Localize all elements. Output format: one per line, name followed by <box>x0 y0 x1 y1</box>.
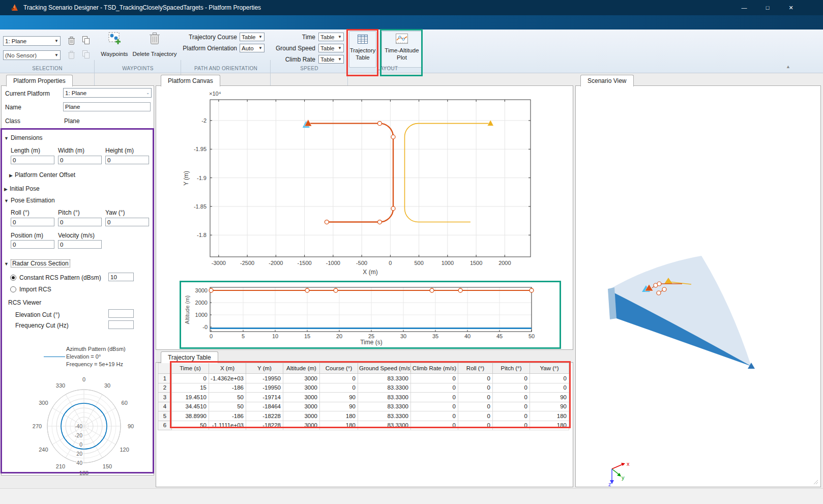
current-platform-select[interactable]: 1: Plane⌄ <box>63 88 152 98</box>
table-cell[interactable]: -186 <box>209 383 246 393</box>
table-cell[interactable]: 15 <box>172 383 209 393</box>
waypoint-marker[interactable] <box>662 287 666 291</box>
tab-scenario-view[interactable]: Scenario View <box>580 75 634 86</box>
height-field[interactable] <box>105 156 149 164</box>
column-header[interactable]: Roll (°) <box>458 363 493 374</box>
table-cell[interactable]: 0 <box>411 374 458 383</box>
table-cell[interactable]: -18228 <box>246 411 283 421</box>
table-cell[interactable]: 90 <box>320 402 358 411</box>
table-cell[interactable]: 0 <box>493 383 530 393</box>
yaw-field[interactable] <box>105 218 149 226</box>
column-header[interactable]: Pitch (°) <box>493 363 530 374</box>
table-cell[interactable]: 0 <box>411 402 458 411</box>
column-header[interactable]: Altitude (m) <box>283 363 320 374</box>
table-cell[interactable]: 19.4510 <box>172 393 209 402</box>
table-cell[interactable]: 0 <box>493 411 530 421</box>
minimize-button[interactable]: — <box>732 0 756 15</box>
length-field[interactable] <box>11 156 54 164</box>
delete-trajectory-button[interactable]: Delete Trajectory <box>131 32 178 47</box>
table-cell[interactable]: -1.1111e+03 <box>209 421 246 430</box>
collapse-ribbon-icon[interactable]: ▲ <box>786 64 790 69</box>
tab-platform-properties[interactable]: Platform Properties <box>6 75 73 86</box>
name-field[interactable] <box>63 102 151 111</box>
constant-rcs-field[interactable] <box>108 273 134 281</box>
table-cell[interactable]: 83.3300 <box>358 411 411 421</box>
table-cell[interactable]: 0 <box>458 402 493 411</box>
trajectory-table[interactable]: Time (s)X (m)Y (m)Altitude (m)Course (°)… <box>158 363 569 430</box>
table-cell[interactable]: 0 <box>320 383 358 393</box>
table-cell[interactable]: 0 <box>458 383 493 393</box>
table-cell[interactable]: 180 <box>320 421 358 430</box>
table-cell[interactable]: 3000 <box>283 402 320 411</box>
table-cell[interactable]: -1.4362e+03 <box>209 374 246 383</box>
table-cell[interactable]: 38.8990 <box>172 411 209 421</box>
waypoint-marker[interactable] <box>657 282 661 286</box>
table-cell[interactable]: 50 <box>209 402 246 411</box>
table-cell[interactable]: 83.3300 <box>358 393 411 402</box>
tab-trajectory-table[interactable]: Trajectory Table <box>161 351 218 363</box>
initial-pose-header[interactable]: ▶Initial Pose <box>4 185 40 192</box>
trajectory-xy-plot[interactable]: -3000-2500-2000-1500-1000-50005001000150… <box>156 85 573 286</box>
table-cell[interactable]: 3000 <box>283 411 320 421</box>
table-cell[interactable]: -186 <box>209 411 246 421</box>
table-cell[interactable]: 0 <box>493 374 530 383</box>
table-cell[interactable]: -19950 <box>246 374 283 383</box>
table-cell[interactable]: 34.4510 <box>172 402 209 411</box>
table-cell[interactable]: 180 <box>530 421 569 430</box>
roll-field[interactable] <box>11 218 54 226</box>
table-cell[interactable]: 0 <box>411 421 458 430</box>
column-header[interactable]: Climb Rate (m/s) <box>411 363 458 374</box>
table-cell[interactable]: -18228 <box>246 421 283 430</box>
table-cell[interactable]: 50 <box>172 421 209 430</box>
waypoint-marker[interactable] <box>657 291 661 295</box>
table-cell[interactable]: 0 <box>320 374 358 383</box>
table-cell[interactable]: 0 <box>458 421 493 430</box>
ground-speed-select[interactable]: Table▼ <box>318 44 344 52</box>
table-cell[interactable]: 3000 <box>283 374 320 383</box>
dimensions-section-header[interactable]: ▼Dimensions <box>4 134 43 141</box>
frequency-cut-field[interactable] <box>108 320 134 329</box>
table-cell[interactable]: 83.3300 <box>358 374 411 383</box>
platform-orientation-select[interactable]: Auto▼ <box>240 44 264 52</box>
table-cell[interactable]: 0 <box>411 411 458 421</box>
table-cell[interactable]: 0 <box>411 393 458 402</box>
column-header[interactable]: Y (m) <box>246 363 283 374</box>
table-cell[interactable]: 0 <box>493 402 530 411</box>
resize-grip[interactable] <box>814 480 818 484</box>
close-button[interactable]: ✕ <box>779 0 803 15</box>
radar-cross-section-header[interactable]: ▼Radar Cross Section <box>4 260 70 267</box>
pitch-field[interactable] <box>58 218 102 226</box>
table-cell[interactable]: 3000 <box>283 421 320 430</box>
table-cell[interactable]: 83.3300 <box>358 402 411 411</box>
table-cell[interactable]: 0 <box>172 374 209 383</box>
column-header[interactable]: Time (s) <box>172 363 209 374</box>
table-cell[interactable]: -19714 <box>246 393 283 402</box>
table-cell[interactable]: 0 <box>411 383 458 393</box>
table-cell[interactable]: 0 <box>458 374 493 383</box>
maximize-button[interactable]: □ <box>756 0 779 15</box>
constant-rcs-radio[interactable] <box>10 275 16 281</box>
delete-platform-icon[interactable] <box>68 36 75 47</box>
pose-estimation-header[interactable]: ▼Pose Estimation <box>4 197 55 204</box>
table-cell[interactable]: 0 <box>493 393 530 402</box>
width-field[interactable] <box>58 156 102 164</box>
time-select[interactable]: Table▼ <box>318 33 344 41</box>
copy-platform-icon[interactable] <box>82 36 90 46</box>
table-cell[interactable]: 3000 <box>283 393 320 402</box>
table-cell[interactable]: 90 <box>320 393 358 402</box>
column-header[interactable]: Ground Speed (m/s) <box>358 363 411 374</box>
time-altitude-plot-toggle-button[interactable]: Time-Altitude Plot <box>381 31 422 68</box>
import-rcs-radio[interactable] <box>10 286 16 292</box>
column-header[interactable]: Course (°) <box>320 363 358 374</box>
table-cell[interactable]: -18464 <box>246 402 283 411</box>
waypoints-button[interactable]: Waypoints <box>100 32 129 47</box>
table-cell[interactable]: 83.3300 <box>358 421 411 430</box>
table-cell[interactable]: 3000 <box>283 383 320 393</box>
time-altitude-plot[interactable]: 05101520253035404550300020001000-0Time (… <box>156 286 573 349</box>
column-header[interactable]: Yaw (°) <box>530 363 569 374</box>
position-field[interactable] <box>11 240 54 249</box>
trajectory-course-select[interactable]: Table▼ <box>240 33 264 41</box>
platform-center-offset-header[interactable]: ▶Platform Center Offset <box>9 171 75 179</box>
column-header[interactable]: X (m) <box>209 363 246 374</box>
table-cell[interactable]: 90 <box>530 402 569 411</box>
